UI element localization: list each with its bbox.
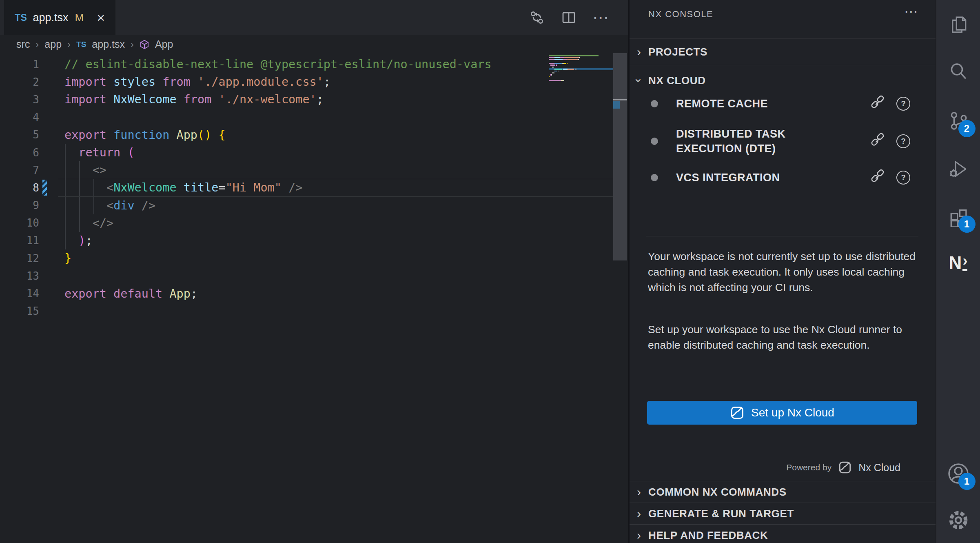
activity-bar: 2 1 N› 1 — [936, 0, 980, 543]
line-number: 5 — [0, 129, 41, 141]
typescript-file-icon: TS — [76, 40, 86, 49]
extensions-icon[interactable]: 1 — [945, 203, 971, 229]
chevron-right-icon: › — [630, 46, 648, 58]
section-common-nx-commands[interactable]: ›COMMON NX COMMANDS — [630, 481, 936, 503]
section-label: COMMON NX COMMANDS — [648, 486, 787, 498]
nx-console-panel: NX CONSOLE ⋯ › PROJECTS › NX CLOUD REMOT… — [628, 0, 936, 543]
feature-label: DISTRIBUTED TASK EXECUTION (DTE) — [676, 127, 851, 156]
connect-icon[interactable] — [870, 169, 885, 186]
divider — [646, 236, 918, 236]
line-number: 7 — [0, 164, 41, 176]
run-debug-icon[interactable] — [945, 156, 971, 182]
nx-console-icon[interactable]: N› — [945, 250, 971, 276]
line-number: 13 — [0, 270, 41, 282]
vscode-window: TS app.tsx M × ⋯ src › app — [0, 0, 980, 543]
breadcrumb-folder[interactable]: src — [16, 38, 30, 50]
extensions-badge: 1 — [958, 216, 976, 233]
breadcrumb-folder[interactable]: app — [44, 38, 62, 50]
breadcrumb-symbol[interactable]: App — [155, 38, 173, 50]
setup-button-label: Set up Nx Cloud — [751, 406, 834, 419]
code-text: </> — [57, 216, 113, 230]
help-icon[interactable]: ? — [896, 134, 910, 148]
feature-label: VCS INTEGRATION — [676, 170, 851, 185]
line-number: 8 — [0, 182, 41, 194]
code-text: import styles from './app.module.css'; — [57, 75, 330, 89]
line-number: 10 — [0, 217, 41, 229]
settings-gear-icon[interactable] — [945, 507, 971, 533]
section-projects[interactable]: › PROJECTS — [630, 38, 936, 65]
help-icon[interactable]: ? — [896, 97, 910, 111]
nx-cloud-feature-remote-cache: REMOTE CACHE? — [630, 91, 936, 117]
code-line-14[interactable]: 14export default App; — [0, 285, 628, 302]
section-label: PROJECTS — [648, 46, 707, 58]
split-editor-icon[interactable] — [561, 9, 577, 26]
editor-scrollbar[interactable] — [613, 53, 627, 260]
accounts-badge: 1 — [958, 473, 976, 490]
nx-cloud-feature-vcs-integration: VCS INTEGRATION? — [630, 163, 936, 192]
breadcrumb-separator: › — [131, 39, 134, 50]
feature-label: REMOTE CACHE — [676, 96, 851, 111]
explorer-icon[interactable] — [945, 11, 971, 38]
code-text: <NxWelcome title="Hi Mom" /> — [57, 181, 302, 194]
nx-cloud-icon — [730, 405, 745, 420]
line-number: 14 — [0, 287, 41, 300]
minimap[interactable] — [549, 55, 613, 83]
code-line-5[interactable]: 5export function App() { — [0, 126, 628, 144]
connect-icon[interactable] — [870, 133, 885, 149]
connect-icon[interactable] — [870, 96, 885, 112]
setup-nx-cloud-button[interactable]: Set up Nx Cloud — [647, 401, 917, 425]
section-label: NX CLOUD — [648, 74, 706, 87]
accounts-icon[interactable]: 1 — [945, 461, 971, 487]
code-line-4[interactable]: 4 — [0, 109, 628, 126]
section-help-and-feedback[interactable]: ›HELP AND FEEDBACK — [630, 524, 936, 543]
source-control-icon[interactable]: 2 — [945, 108, 971, 134]
code-line-8[interactable]: 8 <NxWelcome title="Hi Mom" /> — [0, 179, 628, 196]
open-changes-icon[interactable] — [529, 9, 545, 26]
breadcrumb-separator: › — [35, 39, 39, 50]
breadcrumb-file[interactable]: app.tsx — [92, 38, 125, 50]
search-icon[interactable] — [945, 59, 971, 85]
code-text: <> — [57, 163, 106, 177]
status-dot-icon — [651, 100, 658, 107]
code-line-7[interactable]: 7 <> — [0, 161, 628, 179]
line-number: 2 — [0, 76, 41, 88]
breadcrumb-separator: › — [67, 39, 71, 50]
code-line-12[interactable]: 12} — [0, 249, 628, 267]
close-tab-icon[interactable]: × — [97, 11, 105, 24]
code-text: export function App() { — [57, 128, 226, 142]
code-line-2[interactable]: 2import styles from './app.module.css'; — [0, 73, 628, 91]
symbol-cube-icon — [140, 40, 149, 49]
code-line-3[interactable]: 3import NxWelcome from './nx-welcome'; — [0, 91, 628, 108]
section-label: HELP AND FEEDBACK — [648, 529, 768, 542]
modified-badge: M — [75, 11, 84, 24]
more-actions-icon[interactable]: ⋯ — [592, 9, 610, 26]
panel-more-actions-icon[interactable]: ⋯ — [904, 3, 919, 20]
code-line-1[interactable]: 1// eslint-disable-next-line @typescript… — [0, 56, 628, 73]
setup-hint-text: Set up your workspace to use the Nx Clou… — [648, 322, 919, 353]
help-icon[interactable]: ? — [896, 171, 910, 185]
code-line-13[interactable]: 13 — [0, 267, 628, 285]
section-generate-run-target[interactable]: ›GENERATE & RUN TARGET — [630, 503, 936, 524]
tab-label: app.tsx — [33, 11, 68, 24]
panel-title: NX CONSOLE — [648, 9, 713, 20]
code-text: } — [57, 251, 71, 265]
tab-bar: TS app.tsx M × ⋯ — [0, 0, 628, 35]
nx-cloud-icon — [838, 461, 852, 474]
code-line-6[interactable]: 6 return ( — [0, 144, 628, 161]
tab-app-tsx[interactable]: TS app.tsx M × — [4, 0, 115, 35]
line-number: 3 — [0, 93, 41, 106]
code-line-15[interactable]: 15 — [0, 303, 628, 320]
breadcrumb: src › app › TS app.tsx › App — [0, 36, 628, 53]
panel-header: NX CONSOLE ⋯ — [630, 0, 936, 29]
chevron-down-icon: › — [633, 71, 645, 90]
code-line-9[interactable]: 9 <div /> — [0, 197, 628, 214]
code-editor[interactable]: 1// eslint-disable-next-line @typescript… — [0, 53, 628, 543]
nx-cloud-brand-label: Nx Cloud — [858, 462, 900, 474]
code-line-11[interactable]: 11 ); — [0, 232, 628, 249]
collapsed-sections: ›COMMON NX COMMANDS›GENERATE & RUN TARGE… — [630, 481, 936, 543]
code-line-10[interactable]: 10 </> — [0, 214, 628, 232]
section-label: GENERATE & RUN TARGET — [648, 507, 794, 520]
minimap-line — [549, 82, 613, 84]
code-text: <div /> — [57, 199, 155, 212]
powered-by: Powered by Nx Cloud — [786, 457, 900, 478]
